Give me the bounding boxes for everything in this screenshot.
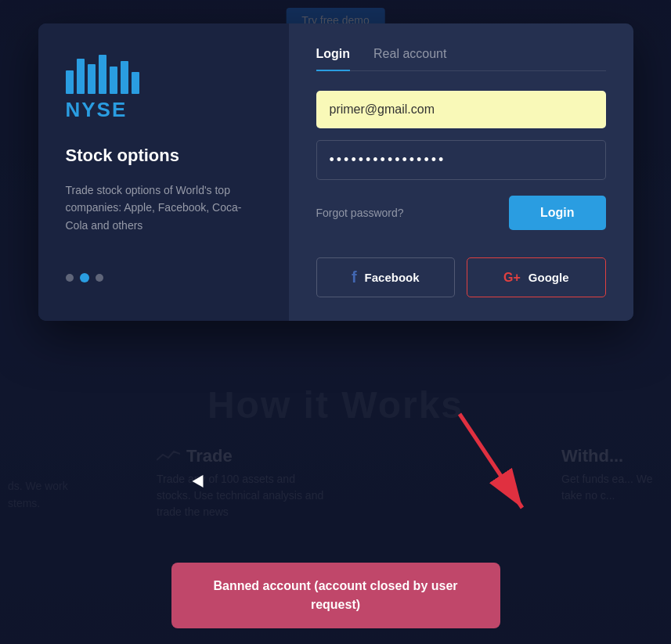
email-form-group (316, 91, 606, 128)
banned-account-banner: Banned account (account closed by user r… (171, 563, 500, 628)
nyse-text: NYSE (66, 98, 128, 122)
red-arrow-indicator (452, 406, 546, 534)
dot-3[interactable] (96, 274, 103, 282)
email-input[interactable] (316, 91, 606, 128)
password-form-group (316, 140, 606, 180)
bar-7 (132, 72, 139, 94)
bar-1 (66, 70, 74, 94)
form-action-row: Forgot password? Login (316, 196, 606, 230)
left-panel: NYSE Stock options Trade stock options o… (38, 23, 289, 321)
bar-2 (77, 59, 85, 94)
google-label: Google (529, 271, 569, 284)
dot-2-active[interactable] (80, 273, 89, 282)
nyse-bars-icon (66, 55, 139, 94)
password-input[interactable] (316, 140, 606, 180)
stock-options-title: Stock options (66, 146, 262, 166)
login-button[interactable]: Login (509, 196, 606, 230)
facebook-login-button[interactable]: f Facebook (316, 257, 456, 297)
modal-overlay: NYSE Stock options Trade stock options o… (0, 0, 671, 644)
dot-1[interactable] (66, 274, 74, 282)
bar-5 (110, 67, 117, 94)
tab-real-account[interactable]: Real account (373, 47, 446, 70)
bar-4 (99, 55, 106, 94)
auth-tabs: Login Real account (316, 47, 606, 71)
stock-options-description: Trade stock options of World's top compa… (66, 182, 254, 234)
google-login-button[interactable]: G+ Google (467, 257, 606, 297)
nyse-logo: NYSE (66, 55, 262, 122)
facebook-icon: f (352, 268, 357, 286)
social-login-section: f Facebook G+ Google (316, 257, 606, 297)
svg-line-1 (460, 414, 522, 508)
carousel-dots (66, 273, 262, 282)
right-panel: Login Real account Forgot password? Logi… (289, 23, 633, 321)
forgot-password-link[interactable]: Forgot password? (316, 207, 404, 219)
facebook-label: Facebook (365, 271, 420, 284)
google-icon: G+ (503, 271, 521, 285)
tab-login[interactable]: Login (316, 47, 351, 70)
login-modal: NYSE Stock options Trade stock options o… (38, 23, 633, 321)
bar-3 (88, 64, 96, 94)
bar-6 (121, 61, 128, 94)
